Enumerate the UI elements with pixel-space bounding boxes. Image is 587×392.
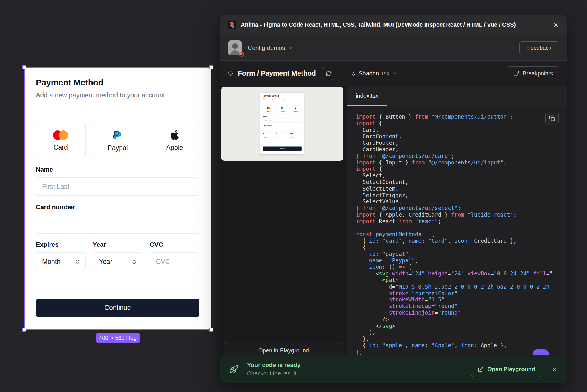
tab-index-tsx[interactable]: index.tsx <box>347 86 387 106</box>
mastercard-icon <box>267 107 270 109</box>
selection-handle-bottom-right[interactable] <box>209 328 213 332</box>
card-number-label: Card number <box>263 124 302 126</box>
figma-canvas: Payment Method Add a new payment method … <box>0 0 587 392</box>
preview-column: Payment Method Add a new payment method … <box>220 86 347 383</box>
continue-button[interactable]: Continue <box>263 147 302 151</box>
framework-selector[interactable]: Shadcn tsx <box>350 70 397 77</box>
frame-size-badge: 400 × 560 Hug <box>96 333 140 343</box>
card-number-input[interactable] <box>263 127 302 131</box>
payment-method-frame[interactable]: Payment Method Add a new payment method … <box>260 93 304 154</box>
component-preview-thumbnail[interactable]: Payment Method Add a new payment method … <box>221 87 343 161</box>
selection-handle-top-left[interactable] <box>22 65 26 69</box>
gear-icon: ⚙ <box>238 51 245 58</box>
external-link-icon <box>478 366 484 372</box>
refresh-icon <box>326 70 332 77</box>
toast-title: Your code is ready <box>247 362 300 369</box>
divider <box>220 337 347 337</box>
method-label: Apple <box>166 144 183 152</box>
component-header-row: Form / Payment Method Shadcn tsx Breakpo… <box>220 61 567 86</box>
chevrons-up-down-icon <box>272 137 273 139</box>
apple-icon <box>295 107 297 109</box>
expires-label: Expires <box>36 241 86 248</box>
cvc-label: CVC <box>150 241 199 248</box>
workspace-name: Config-demos <box>248 44 285 51</box>
month-select[interactable]: Month <box>36 252 86 271</box>
refresh-button[interactable] <box>322 67 335 80</box>
name-input[interactable] <box>263 118 302 123</box>
chevrons-up-down-icon <box>131 259 137 265</box>
workspace-dropdown[interactable]: Config-demos <box>248 44 293 51</box>
cvc-input[interactable] <box>150 252 199 271</box>
anima-logo-icon <box>228 21 236 29</box>
user-avatar[interactable]: ⚙ <box>228 40 242 55</box>
method-apple[interactable]: Apple <box>150 123 199 158</box>
open-playground-button[interactable]: Open Playground <box>471 362 542 377</box>
name-input[interactable] <box>36 177 199 196</box>
toast-subtitle: Checkout the result <box>247 370 300 377</box>
close-icon <box>551 366 557 373</box>
shadcn-logo-icon <box>350 71 356 76</box>
breakpoints-icon <box>513 70 519 77</box>
framework-language: tsx <box>382 70 390 77</box>
chevron-down-icon <box>288 45 293 50</box>
code-ready-toast: Your code is ready Checkout the result O… <box>220 355 567 383</box>
chevrons-up-down-icon <box>74 259 81 265</box>
method-label: Apple <box>294 110 298 112</box>
selection-handle-bottom-left[interactable] <box>22 328 26 332</box>
payment-method-frame[interactable]: Payment Method Add a new payment method … <box>24 67 211 330</box>
year-label: Year <box>276 133 288 135</box>
plugin-header: Anima - Figma to Code React, HTML, CSS, … <box>220 15 567 35</box>
code-tabbar: index.tsx <box>347 86 567 106</box>
breakpoints-button[interactable]: Breakpoints <box>507 66 559 80</box>
year-select-value: Year <box>278 137 281 139</box>
method-card[interactable]: Card <box>263 105 275 114</box>
method-paypal[interactable]: PP Paypal <box>93 123 143 158</box>
chevrons-up-down-icon <box>285 137 287 139</box>
method-label: Paypal <box>280 110 284 112</box>
method-label: Card <box>267 110 271 112</box>
component-diamond-icon <box>228 70 233 76</box>
payment-methods-row: Card PP Paypal Apple <box>263 105 302 114</box>
cvc-input[interactable] <box>290 136 302 140</box>
card-title: Payment Method <box>36 78 199 87</box>
framework-name: Shadcn <box>359 70 379 77</box>
card-subtitle: Add a new payment method to your account… <box>263 98 302 100</box>
code-column: index.tsx import { Button } from "@/comp… <box>347 86 567 383</box>
expires-label: Expires <box>263 133 275 135</box>
code-block[interactable]: import { Button } from "@/components/ui/… <box>347 106 567 355</box>
toast-close-button[interactable] <box>551 366 557 373</box>
close-icon <box>553 21 559 28</box>
year-label: Year <box>93 241 143 248</box>
card-title: Payment Method <box>263 95 302 97</box>
copy-code-button[interactable] <box>545 112 559 125</box>
paypal-icon: PP <box>113 129 123 141</box>
month-select-value: Month <box>264 137 269 139</box>
plugin-close-button[interactable] <box>553 21 559 28</box>
year-select[interactable]: Year <box>93 252 143 271</box>
feedback-button[interactable]: Feedback <box>519 41 559 54</box>
method-label: Paypal <box>107 144 128 152</box>
continue-button[interactable]: Continue <box>36 299 199 317</box>
month-select[interactable]: Month <box>263 136 275 140</box>
account-row: ⚙ Config-demos Feedback <box>220 35 567 61</box>
method-card[interactable]: Card <box>36 123 86 158</box>
card-number-input[interactable] <box>36 215 199 234</box>
code-panel: import { Button } from "@/components/ui/… <box>347 106 567 383</box>
mastercard-icon <box>53 130 68 140</box>
component-name: Form / Payment Method <box>238 69 316 77</box>
year-select[interactable]: Year <box>276 136 288 140</box>
plugin-title: Anima - Figma to Code React, HTML, CSS, … <box>241 21 516 28</box>
method-label: Card <box>54 144 68 151</box>
selection-handle-top-right[interactable] <box>209 65 213 69</box>
name-label: Name <box>263 115 302 117</box>
method-paypal[interactable]: PP Paypal <box>276 105 288 114</box>
card-number-label: Card number <box>36 203 199 211</box>
cvc-label: CVC <box>290 133 302 135</box>
method-apple[interactable]: Apple <box>290 105 302 114</box>
year-select-value: Year <box>99 258 112 266</box>
paypal-icon: PP <box>281 107 283 109</box>
payment-methods-row: Card PP Paypal Apple <box>36 123 199 158</box>
open-playground-label: Open Playground <box>487 366 535 373</box>
month-select-value: Month <box>42 258 60 266</box>
plugin-body: Payment Method Add a new payment method … <box>220 86 567 383</box>
